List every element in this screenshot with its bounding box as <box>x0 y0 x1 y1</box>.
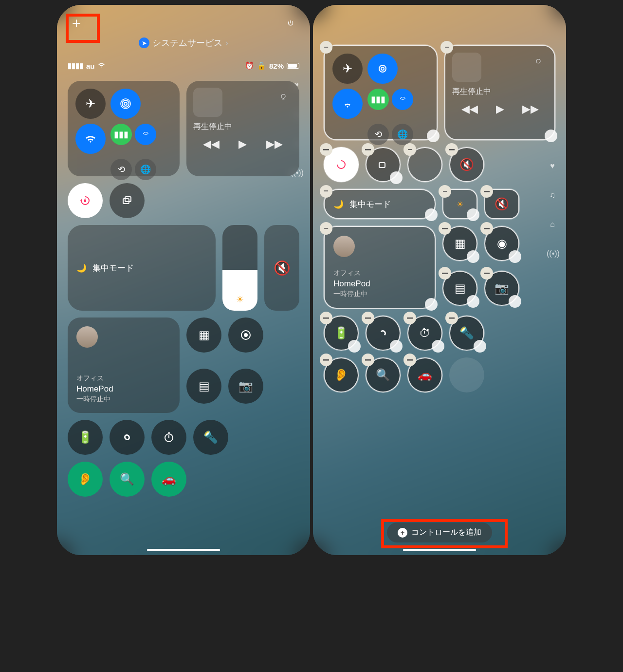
remove-badge[interactable]: − <box>320 222 332 235</box>
calculator-button[interactable]: −▤ <box>442 271 477 306</box>
resize-handle[interactable] <box>467 208 479 221</box>
resize-handle[interactable] <box>425 298 438 311</box>
remove-badge[interactable]: − <box>403 354 416 366</box>
flashlight-button[interactable]: −🔦 <box>449 316 484 351</box>
remove-badge[interactable]: − <box>403 312 416 324</box>
remove-badge[interactable]: − <box>403 143 416 156</box>
remove-badge[interactable]: − <box>362 143 374 156</box>
airdrop-toggle[interactable] <box>367 54 398 84</box>
screen-mirroring-button[interactable]: − <box>366 147 401 182</box>
vpn-toggle[interactable]: 🌐 <box>135 159 156 180</box>
resize-handle[interactable] <box>545 130 557 142</box>
rewind-button[interactable]: ◀◀ <box>461 103 478 115</box>
hearing-button[interactable]: −👂 <box>324 357 359 392</box>
empty-slot[interactable] <box>449 357 484 392</box>
brightness-control[interactable]: − ☀ <box>442 189 477 219</box>
music-page-icon[interactable]: ♫ <box>547 191 558 203</box>
hearing-button[interactable]: 👂 <box>68 462 103 497</box>
driving-focus-button[interactable]: −🚗 <box>407 357 442 392</box>
wifi-toggle[interactable] <box>332 89 363 119</box>
screen-record-button[interactable] <box>228 317 263 353</box>
sound-control[interactable]: − 🔇 <box>484 189 519 219</box>
camera-button[interactable]: −📷 <box>484 271 519 306</box>
resize-handle[interactable] <box>390 340 403 353</box>
airplay-button[interactable] <box>274 88 293 106</box>
low-power-button[interactable]: −🔋 <box>324 316 359 351</box>
wifi-toggle[interactable] <box>75 124 106 154</box>
shazam-button[interactable]: − <box>366 316 401 351</box>
magnifier-button[interactable]: −🔍 <box>366 357 401 392</box>
hotspot-toggle[interactable]: ⟲ <box>367 124 389 145</box>
rewind-button[interactable]: ◀◀ <box>203 138 220 150</box>
airplane-mode-toggle[interactable]: ✈ <box>332 54 363 84</box>
remove-badge[interactable]: − <box>320 143 332 156</box>
orientation-lock-toggle[interactable]: − <box>324 147 359 182</box>
qr-code-button[interactable]: −▦ <box>442 226 477 261</box>
play-button[interactable]: ▶ <box>238 138 247 150</box>
focus-mode-button[interactable]: − 🌙 集中モード <box>324 189 436 219</box>
remove-badge[interactable]: − <box>362 354 374 366</box>
driving-focus-button[interactable]: 🚗 <box>151 462 186 497</box>
power-button[interactable] <box>282 15 299 32</box>
qr-code-button[interactable]: ▦ <box>186 317 221 353</box>
resize-handle[interactable] <box>509 250 521 263</box>
connectivity-panel[interactable]: − ✈ ▮▮▮ ⌔ ⟲ 🌐 <box>324 45 438 140</box>
resize-handle[interactable] <box>427 130 440 142</box>
resize-handle[interactable] <box>390 171 403 184</box>
forward-button[interactable]: ▶▶ <box>266 138 283 150</box>
remove-badge[interactable]: − <box>480 222 493 235</box>
screen-mirroring-button[interactable] <box>110 183 145 218</box>
camera-button[interactable]: 📷 <box>228 369 263 404</box>
resize-handle[interactable] <box>432 340 444 353</box>
remove-badge[interactable]: − <box>320 185 332 198</box>
orientation-lock-toggle[interactable] <box>68 183 103 218</box>
screen-record-button[interactable]: −◉ <box>484 226 519 261</box>
resize-handle[interactable] <box>509 295 521 308</box>
remove-badge[interactable]: − <box>320 312 332 324</box>
magnifier-button[interactable]: 🔍 <box>110 462 145 497</box>
remove-badge[interactable]: − <box>439 222 451 235</box>
resize-handle[interactable] <box>348 340 361 353</box>
mute-toggle[interactable]: − 🔇 <box>449 147 484 182</box>
cellular-toggle[interactable]: ▮▮▮ <box>110 124 132 145</box>
media-panel[interactable]: 再生停止中 ◀◀ ▶ ▶▶ <box>186 81 299 176</box>
remove-badge[interactable]: − <box>439 267 451 280</box>
location-service-row[interactable]: ➤ システムサービス › <box>68 37 299 49</box>
homepod-panel[interactable]: − オフィス HomePod 一時停止中 <box>324 226 436 309</box>
resize-handle[interactable] <box>474 340 486 353</box>
home-indicator[interactable] <box>403 549 476 551</box>
forward-button[interactable]: ▶▶ <box>522 103 539 115</box>
airplane-mode-toggle[interactable]: ✈ <box>75 89 106 119</box>
focus-mode-button[interactable]: 🌙 集中モード <box>68 225 216 311</box>
flashlight-button[interactable]: 🔦 <box>193 420 228 455</box>
brightness-slider[interactable]: ☀ <box>222 225 257 311</box>
remove-badge[interactable]: − <box>445 312 458 324</box>
bluetooth-toggle[interactable]: ⌔ <box>135 124 156 145</box>
home-page-icon[interactable]: ⌂ <box>547 220 558 232</box>
remove-badge[interactable]: − <box>445 143 458 156</box>
remove-badge[interactable]: − <box>439 185 451 198</box>
connectivity-page-icon[interactable]: ((•)) <box>547 249 558 261</box>
bluetooth-toggle[interactable]: ⌔ <box>392 89 413 110</box>
resize-handle[interactable] <box>425 208 438 221</box>
media-panel[interactable]: − 再生停止中 ◀◀ ▶ ▶▶ <box>444 45 555 140</box>
brightness-slider[interactable]: − <box>407 147 442 182</box>
mute-toggle[interactable]: 🔇 <box>264 225 299 311</box>
cellular-toggle[interactable]: ▮▮▮ <box>367 89 389 110</box>
home-indicator[interactable] <box>147 549 220 551</box>
favorite-page-icon[interactable]: ♥ <box>547 162 558 173</box>
timer-button[interactable]: −⏱ <box>407 316 442 351</box>
airplay-button[interactable] <box>529 53 548 71</box>
resize-handle[interactable] <box>467 250 479 263</box>
remove-badge[interactable]: − <box>320 354 332 366</box>
remove-badge[interactable]: − <box>440 41 453 54</box>
vpn-toggle[interactable]: 🌐 <box>392 124 413 145</box>
calculator-button[interactable]: ▤ <box>186 369 221 404</box>
airdrop-toggle[interactable] <box>110 89 141 119</box>
hotspot-toggle[interactable]: ⟲ <box>110 159 132 180</box>
remove-badge[interactable]: − <box>320 41 332 54</box>
play-button[interactable]: ▶ <box>496 103 504 115</box>
shazam-button[interactable] <box>110 420 145 455</box>
low-power-button[interactable]: 🔋 <box>68 420 103 455</box>
remove-badge[interactable]: − <box>362 312 374 324</box>
